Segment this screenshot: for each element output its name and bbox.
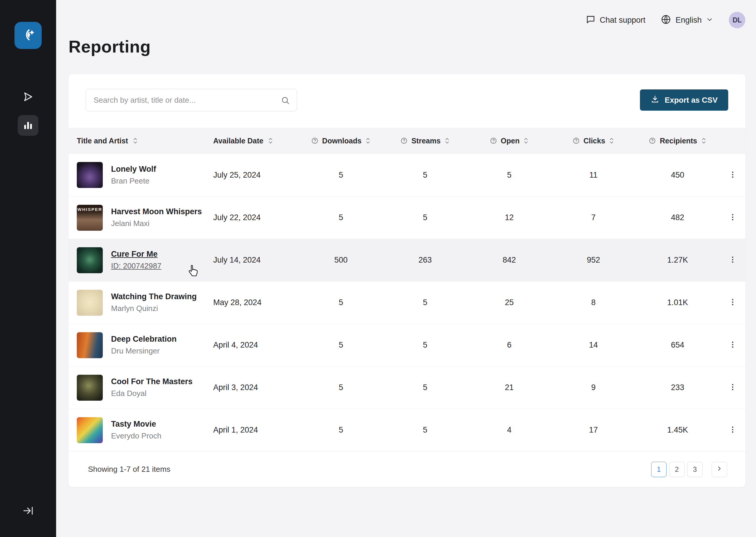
table-row-highlighted: Cure For Me ID: 200742987 July 14, 2024 …: [68, 239, 745, 281]
chevron-down-icon: [706, 16, 713, 24]
track-title[interactable]: Deep Celebration: [111, 335, 177, 344]
sort-icon[interactable]: [609, 137, 614, 145]
pagination: 1 2 3: [651, 462, 727, 477]
logo-wave-icon: [21, 27, 36, 44]
album-art: [77, 417, 103, 443]
cell-recipients: 654: [636, 341, 720, 350]
album-art: WHISPER: [77, 205, 103, 231]
download-icon: [650, 95, 659, 105]
cell-date: July 25, 2024: [213, 171, 299, 180]
help-circle-icon[interactable]: [648, 137, 656, 145]
column-label: Downloads: [322, 137, 362, 145]
album-art: [77, 375, 103, 401]
track-artist: Marlyn Quinzi: [111, 304, 197, 313]
chat-support-button[interactable]: Chat support: [586, 15, 645, 26]
cell-date: April 1, 2024: [213, 426, 299, 434]
sidebar-collapse-button[interactable]: [19, 502, 37, 520]
kebab-icon: [729, 213, 737, 222]
track-title[interactable]: Watching The Drawing: [111, 292, 197, 301]
page-button-1[interactable]: 1: [651, 462, 667, 477]
cell-open: 12: [467, 213, 551, 222]
cell-open: 6: [467, 341, 551, 350]
track-artist: Eda Doyal: [111, 389, 193, 398]
cell-clicks: 952: [551, 256, 636, 265]
cell-recipients: 1.45K: [636, 426, 720, 434]
cell-downloads: 5: [299, 213, 383, 222]
chat-bubble-icon: [586, 15, 596, 26]
track-title[interactable]: Tasty Movie: [111, 420, 161, 429]
row-menu-button[interactable]: [724, 294, 741, 311]
cell-clicks: 11: [551, 171, 636, 180]
track-artist: Everydo Proch: [111, 432, 161, 440]
cell-streams: 5: [383, 213, 467, 222]
next-page-button[interactable]: [712, 462, 727, 477]
sidebar: [0, 0, 56, 537]
table-row: Cool For The Masters Eda Doyal April 3, …: [68, 366, 745, 409]
help-circle-icon[interactable]: [311, 137, 319, 145]
cell-streams: 5: [383, 171, 467, 180]
page-button-3[interactable]: 3: [687, 462, 702, 477]
export-csv-button[interactable]: Export as CSV: [640, 89, 728, 111]
cell-recipients: 1.01K: [636, 298, 720, 307]
language-selector[interactable]: English: [661, 14, 713, 26]
sidebar-item-reporting[interactable]: [18, 115, 38, 136]
sort-icon[interactable]: [268, 137, 274, 145]
table-footer: Showing 1-7 of 21 items 1 2 3: [68, 451, 745, 487]
reporting-card: Export as CSV Title and Artist Available…: [68, 74, 745, 487]
app-logo[interactable]: [15, 22, 42, 49]
page-button-2[interactable]: 2: [669, 462, 685, 477]
cell-streams: 5: [383, 298, 467, 307]
cell-streams: 5: [383, 383, 467, 392]
column-label: Recipients: [660, 137, 697, 145]
sort-icon[interactable]: [132, 137, 138, 145]
cell-streams: 5: [383, 341, 467, 350]
cell-open: 4: [467, 426, 551, 434]
track-artist: Bran Peete: [111, 177, 156, 186]
search-input-wrapper: [86, 89, 297, 111]
sort-icon[interactable]: [365, 137, 371, 145]
row-menu-button[interactable]: [724, 251, 741, 269]
cell-streams: 5: [383, 426, 467, 434]
export-csv-label: Export as CSV: [665, 96, 718, 105]
track-title[interactable]: Lonely Wolf: [111, 165, 156, 174]
row-menu-button[interactable]: [724, 209, 741, 227]
search-input[interactable]: [86, 89, 297, 111]
kebab-icon: [729, 298, 737, 307]
sort-icon[interactable]: [444, 137, 450, 145]
album-art: [77, 247, 103, 273]
column-label: Title and Artist: [77, 137, 128, 145]
help-circle-icon[interactable]: [400, 137, 408, 145]
column-label: Available Date: [213, 137, 263, 145]
table-row: Watching The Drawing Marlyn Quinzi May 2…: [68, 281, 745, 324]
avatar[interactable]: DL: [729, 12, 745, 28]
cell-downloads: 5: [299, 298, 383, 307]
cell-date: July 14, 2024: [213, 256, 299, 265]
row-menu-button[interactable]: [724, 166, 741, 184]
table-row: Lonely Wolf Bran Peete July 25, 2024 5 5…: [68, 154, 745, 196]
table-row: Tasty Movie Everydo Proch April 1, 2024 …: [68, 409, 745, 451]
column-label: Streams: [411, 137, 441, 145]
bar-chart-icon: [22, 119, 34, 132]
row-menu-button[interactable]: [724, 336, 741, 354]
help-circle-icon[interactable]: [490, 137, 497, 145]
sidebar-item-send[interactable]: [18, 87, 38, 107]
row-menu-button[interactable]: [724, 379, 741, 396]
track-title-link[interactable]: Cure For Me: [111, 250, 161, 259]
send-icon: [22, 91, 34, 104]
row-menu-button[interactable]: [724, 421, 741, 439]
help-circle-icon[interactable]: [572, 137, 580, 145]
cell-downloads: 500: [299, 256, 383, 265]
sort-icon[interactable]: [523, 137, 529, 145]
column-header-available-date: Available Date: [213, 137, 299, 145]
sort-icon[interactable]: [701, 137, 707, 145]
cell-recipients: 1.27K: [636, 256, 720, 265]
table-body: Lonely Wolf Bran Peete July 25, 2024 5 5…: [68, 154, 745, 451]
track-id-link[interactable]: ID: 200742987: [111, 262, 161, 270]
kebab-icon: [729, 426, 737, 434]
track-title[interactable]: Harvest Moon Whispers: [111, 207, 202, 216]
cell-clicks: 14: [551, 341, 636, 350]
column-header-clicks: Clicks: [551, 137, 636, 145]
album-art: [77, 162, 103, 188]
album-art: [77, 290, 103, 316]
track-title[interactable]: Cool For The Masters: [111, 377, 193, 386]
